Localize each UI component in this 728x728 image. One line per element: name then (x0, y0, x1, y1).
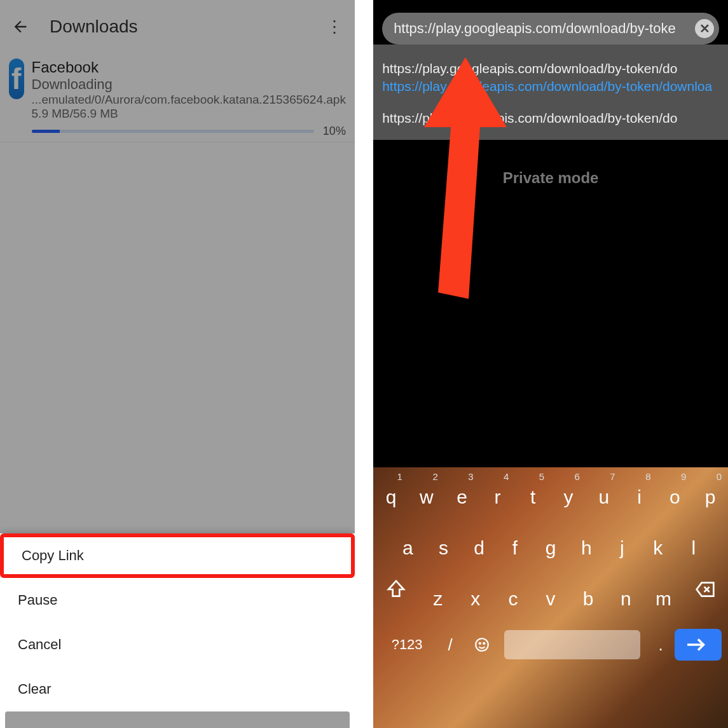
nav-bar-stub (5, 711, 350, 728)
clear-option[interactable]: Clear (0, 667, 355, 711)
pause-option[interactable]: Pause (0, 578, 355, 622)
key-q[interactable]: 1q (373, 467, 409, 518)
key-v[interactable]: v (532, 569, 570, 620)
progress-percent: 10% (320, 125, 346, 138)
emoji-key[interactable] (466, 627, 498, 663)
keyboard-row-4: ?123 / . (373, 620, 728, 670)
copy-link-label: Copy Link (22, 547, 84, 564)
cancel-option[interactable]: Cancel (0, 622, 355, 667)
bottom-sheet: Copy Link Pause Cancel Clear (0, 533, 355, 728)
key-d[interactable]: d (462, 518, 497, 569)
download-status: Downloading (32, 76, 346, 93)
app-icon-facebook: f (9, 58, 24, 99)
key-e[interactable]: 3e (444, 467, 480, 518)
key-c[interactable]: c (494, 569, 532, 620)
left-screenshot: Downloads ⋮ f Facebook Downloading ...em… (0, 0, 355, 728)
key-g[interactable]: g (533, 518, 568, 569)
key-a[interactable]: a (390, 518, 425, 569)
keyboard: 1q 2w 3e 4r 5t 6y 7u 8i 9o 0p a s d f g … (373, 467, 728, 728)
space-key[interactable] (504, 630, 640, 659)
slash-key[interactable]: / (434, 627, 466, 663)
key-b[interactable]: b (570, 569, 607, 620)
key-m[interactable]: m (645, 569, 682, 620)
back-icon[interactable] (6, 13, 34, 41)
key-p[interactable]: 0p (692, 467, 728, 518)
key-o[interactable]: 9o (657, 467, 693, 518)
suggestion-item[interactable]: https://play.googleapis.com/download/by-… (382, 61, 719, 76)
download-item[interactable]: f Facebook Downloading ...emulated/0/Aur… (0, 53, 355, 142)
clear-icon[interactable]: ✕ (695, 19, 714, 38)
progress-bar (32, 130, 314, 133)
keyboard-row-3: z x c v b n m (373, 569, 728, 620)
key-f[interactable]: f (497, 518, 533, 569)
suggestion-item[interactable]: https://play.googleapis.com/download/by-… (382, 111, 719, 126)
key-y[interactable]: 6y (551, 467, 586, 518)
address-bar-text[interactable]: https://play.googleapis.com/download/by-… (394, 20, 695, 37)
download-name: Facebook (32, 58, 346, 76)
address-bar[interactable]: https://play.googleapis.com/download/by-… (382, 13, 719, 45)
suggestions-panel: https://play.googleapis.com/download/by-… (373, 45, 728, 140)
key-l[interactable]: l (676, 518, 711, 569)
clear-label: Clear (18, 681, 52, 697)
key-n[interactable]: n (607, 569, 645, 620)
svg-point-1 (476, 638, 488, 651)
pause-label: Pause (18, 592, 57, 608)
key-k[interactable]: k (640, 518, 676, 569)
key-x[interactable]: x (457, 569, 494, 620)
download-path: ...emulated/0/Aurora/com.facebook.katana… (32, 93, 346, 107)
keyboard-row-1: 1q 2w 3e 4r 5t 6y 7u 8i 9o 0p (373, 467, 728, 518)
key-z[interactable]: z (419, 569, 457, 620)
backspace-key[interactable] (682, 569, 728, 620)
shift-key[interactable] (373, 569, 419, 620)
svg-point-3 (483, 643, 484, 644)
period-key[interactable]: . (647, 627, 675, 663)
copy-link-option[interactable]: Copy Link (0, 533, 355, 578)
page-title: Downloads (50, 17, 320, 37)
key-u[interactable]: 7u (586, 467, 622, 518)
go-key[interactable] (675, 629, 722, 661)
key-i[interactable]: 8i (622, 467, 657, 518)
more-icon[interactable]: ⋮ (320, 13, 348, 41)
key-h[interactable]: h (568, 518, 604, 569)
key-r[interactable]: 4r (480, 467, 516, 518)
appbar: Downloads ⋮ (0, 0, 355, 53)
key-s[interactable]: s (425, 518, 461, 569)
cancel-label: Cancel (18, 636, 61, 653)
symbols-key[interactable]: ?123 (380, 627, 434, 663)
key-w[interactable]: 2w (409, 467, 444, 518)
svg-point-2 (479, 643, 481, 644)
private-mode-label: Private mode (373, 169, 728, 187)
key-j[interactable]: j (604, 518, 640, 569)
key-t[interactable]: 5t (515, 467, 551, 518)
download-size: 5.9 MB/56.9 MB (32, 107, 346, 121)
right-screenshot: https://play.googleapis.com/download/by-… (373, 0, 728, 728)
keyboard-row-2: a s d f g h j k l (373, 518, 728, 569)
suggestion-item-highlighted[interactable]: https://play.googleapis.com/download/by-… (382, 79, 719, 94)
